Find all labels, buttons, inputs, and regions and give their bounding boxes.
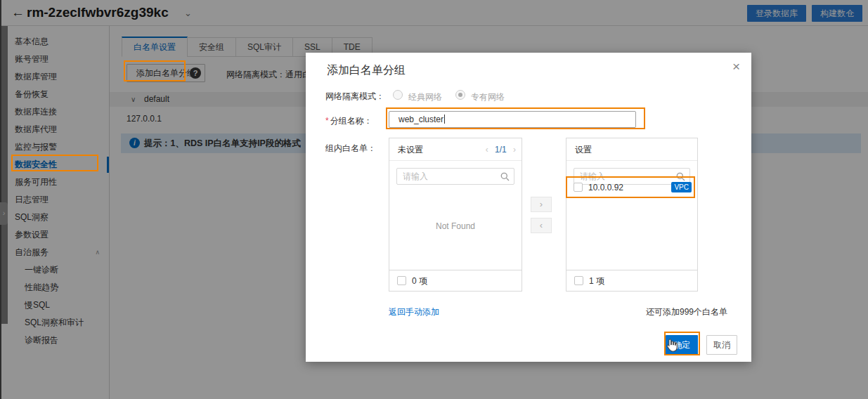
radio-vpc-label: 专有网络 (471, 91, 505, 103)
item-ip: 10.0.0.92 (588, 183, 623, 192)
group-name-input[interactable]: web_cluster (389, 111, 636, 128)
required-mark: * (325, 116, 329, 126)
page-indicator: 1/1 (495, 145, 507, 155)
group-whitelist-label: 组内白名单： (325, 143, 376, 155)
radio-vpc-network (455, 90, 465, 100)
item-count: 0 项 (412, 276, 427, 286)
ok-button[interactable]: 确定 (666, 335, 698, 355)
search-icon (500, 172, 510, 183)
quota-remaining-text: 还可添加999个白名单 (646, 306, 727, 318)
transfer-panel-set: 设置 10.0.0.92 VPC 1 项 (566, 138, 698, 292)
move-left-button[interactable]: ‹ (531, 218, 552, 233)
vpc-badge: VPC (671, 182, 692, 192)
network-mode-label: 网络隔离模式： (325, 91, 384, 103)
cancel-button[interactable]: 取消 (706, 335, 737, 355)
panel-title: 未设置 (398, 138, 423, 161)
move-right-button[interactable]: › (531, 197, 552, 212)
pagination: ‹ 1/1 › (486, 138, 516, 161)
dialog-title: 添加白名单分组 (327, 63, 406, 78)
select-all-checkbox[interactable] (574, 276, 583, 285)
whitelist-ip-item[interactable]: 10.0.0.92 VPC (566, 178, 697, 197)
item-checkbox[interactable] (574, 183, 583, 192)
transfer-panel-unset: 未设置 ‹ 1/1 › Not Found 0 项 (389, 138, 522, 292)
back-to-manual-add-link[interactable]: 返回手动添加 (389, 306, 439, 318)
item-count: 1 项 (589, 276, 604, 286)
text-cursor (444, 115, 445, 124)
page-prev-icon[interactable]: ‹ (486, 145, 488, 155)
add-whitelist-group-dialog: 添加白名单分组 × 网络隔离模式： 经典网络 专有网络 *分组名称： web_c… (306, 53, 751, 362)
close-icon[interactable]: × (732, 60, 740, 74)
group-name-label: *分组名称： (325, 115, 373, 127)
panel-title: 设置 (575, 138, 592, 161)
radio-classic-network (393, 90, 403, 100)
radio-classic-label: 经典网络 (408, 91, 442, 103)
page-next-icon[interactable]: › (513, 145, 516, 155)
select-all-checkbox[interactable] (397, 276, 406, 285)
search-input[interactable] (397, 169, 514, 184)
empty-state-text: Not Found (389, 221, 522, 231)
